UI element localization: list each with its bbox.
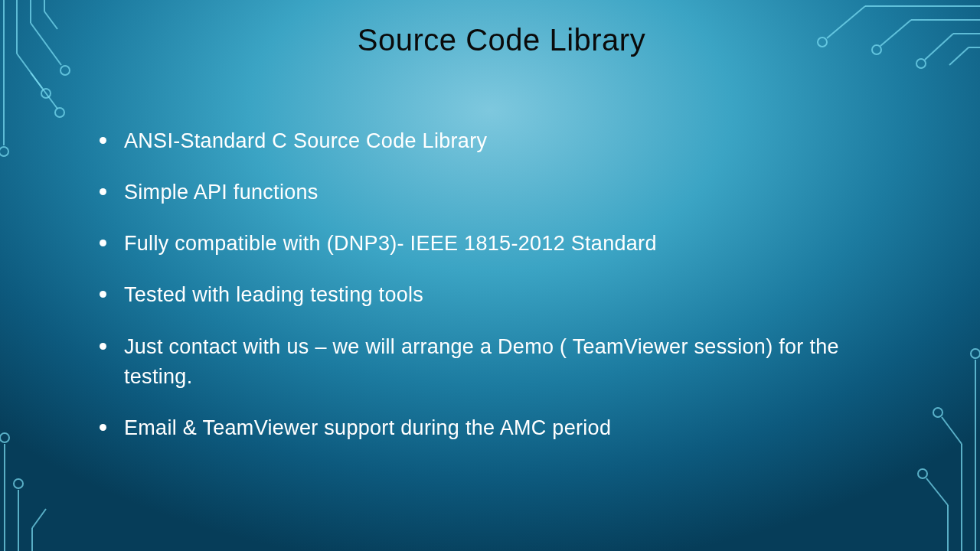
slide-title: Source Code Library [100,23,903,57]
bullet-item: Simple API functions [100,178,903,207]
bullet-list: ANSI-Standard C Source Code Library Simp… [100,126,903,443]
bullet-item: Email & TeamViewer support during the AM… [100,413,903,443]
slide-container: Source Code Library ANSI-Standard C Sour… [0,0,980,551]
bullet-item: ANSI-Standard C Source Code Library [100,126,903,156]
bullet-item: Fully compatible with (DNP3)- IEEE 1815-… [100,229,903,259]
bullet-item: Just contact with us – we will arrange a… [100,332,903,392]
bullet-item: Tested with leading testing tools [100,280,903,310]
